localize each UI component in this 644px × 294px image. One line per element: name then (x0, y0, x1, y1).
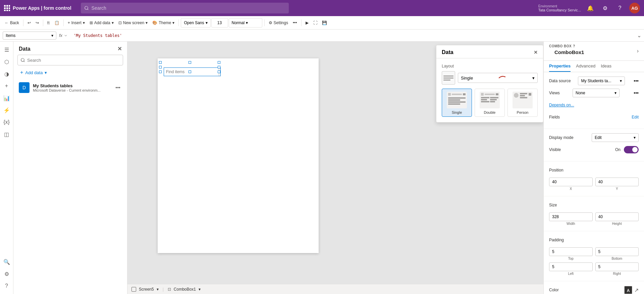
tab-advanced[interactable]: Advanced (576, 61, 595, 72)
handle-mr[interactable] (218, 66, 220, 68)
data-overlay-close-icon[interactable]: ✕ (534, 50, 538, 55)
datasource-more-icon[interactable]: ••• (114, 85, 122, 90)
datasource-info: My Students tables Microsoft Dataverse -… (33, 83, 111, 92)
tab-properties[interactable]: Properties (549, 61, 571, 72)
data-panel-search[interactable] (17, 55, 123, 65)
settings-icon[interactable]: ⚙ (600, 3, 610, 13)
datasource-item[interactable]: D My Students tables Microsoft Dataverse… (13, 80, 127, 96)
fields-edit-btn[interactable]: Edit (632, 115, 639, 119)
font-size-input[interactable]: 13 (211, 18, 228, 28)
global-search[interactable] (81, 3, 289, 13)
handle-tr[interactable] (218, 61, 220, 64)
combobox-input[interactable] (164, 69, 218, 74)
screen-label[interactable]: Screen5 (139, 287, 154, 292)
screen-chevron-icon[interactable]: ▾ (157, 287, 159, 292)
svg-point-11 (21, 58, 24, 61)
handle-ml[interactable] (159, 66, 162, 68)
padding-inputs-1: 5 Top 5 Bottom (549, 247, 639, 260)
depends-on-link[interactable]: Depends on... (549, 103, 574, 107)
sidebar-icon-help-bottom[interactable]: ? (1, 281, 12, 291)
layout-dropdown[interactable]: Single ▾ (458, 73, 538, 83)
formula-input[interactable] (70, 32, 634, 40)
notification-icon[interactable]: 🔔 (585, 3, 596, 13)
sidebar-icon-search[interactable]: 🔍 (1, 256, 12, 267)
help-circle-icon[interactable]: ? (573, 44, 575, 48)
sidebar-icon-data[interactable]: 📊 (1, 93, 12, 103)
settings-toolbar-button[interactable]: ⚙ Settings (267, 18, 290, 28)
combobox-label[interactable]: ComboBox1 (174, 287, 196, 292)
sidebar-icon-add[interactable]: + (1, 81, 12, 91)
help-icon[interactable]: ? (614, 3, 625, 13)
combobox-widget[interactable]: ▾ (164, 67, 221, 76)
padding-top-field[interactable]: 5 (549, 247, 593, 256)
layout-preview-icon-person (513, 92, 533, 108)
padding-top-input: 5 Top (549, 247, 593, 260)
combobox-chevron-icon[interactable]: ▾ (199, 287, 201, 292)
combobox-selection-wrapper[interactable]: ▾ (160, 62, 219, 72)
new-screen-button[interactable]: ⊡ New screen ▾ (116, 18, 150, 28)
svg-rect-0 (4, 5, 6, 7)
back-button[interactable]: ← Back (3, 18, 21, 28)
color-swatch[interactable] (624, 286, 632, 294)
handle-bl[interactable] (159, 70, 162, 73)
insert-button[interactable]: + Insert ▾ (66, 18, 87, 28)
color-arrow-icon[interactable]: ↗ (634, 287, 639, 293)
app-menu-icon[interactable] (4, 5, 10, 11)
position-y-field[interactable]: 40 (595, 178, 639, 186)
padding-left-field[interactable]: 5 (549, 262, 593, 271)
layout-option-single[interactable]: Single (442, 89, 472, 117)
padding-right-field[interactable]: 5 (595, 262, 639, 271)
sidebar-icon-variables[interactable]: {x} (1, 117, 12, 128)
size-height-field[interactable]: 40 (595, 212, 639, 221)
formula-expand-icon[interactable]: ⌄ (637, 32, 641, 39)
padding-label: Padding (549, 238, 564, 242)
fit-screen-button[interactable]: ⛶ (311, 18, 319, 28)
add-data-btn[interactable]: + Add data ▾ (17, 68, 123, 77)
handle-tl[interactable] (159, 61, 162, 64)
copy-button[interactable]: ⎘ (45, 18, 52, 28)
data-search-input[interactable] (27, 58, 120, 63)
size-width-field[interactable]: 328 (549, 212, 593, 221)
handle-bm[interactable] (189, 70, 191, 73)
layout-option-person[interactable]: Person (507, 89, 538, 117)
redo-button[interactable]: ↪ (34, 18, 41, 28)
sidebar-icon-flows[interactable]: ⚡ (1, 105, 12, 115)
right-panel-expand-icon[interactable]: › (637, 48, 639, 54)
views-settings-icon[interactable]: ••• (634, 90, 639, 96)
sidebar-icon-themes[interactable]: ◑ (1, 68, 12, 79)
property-selector[interactable]: Items ▾ (3, 32, 56, 40)
views-dropdown[interactable]: None ▾ (573, 89, 620, 97)
more-button[interactable]: ••• (291, 18, 299, 28)
display-mode-dropdown[interactable]: Edit ▾ (592, 133, 639, 142)
global-search-input[interactable] (92, 5, 285, 11)
sidebar-icon-treeview[interactable]: ☰ (1, 44, 12, 55)
handle-br[interactable] (218, 70, 220, 73)
font-selector[interactable]: Open Sans ▾ (181, 18, 210, 28)
screen-tab-checkbox[interactable] (131, 287, 136, 292)
tab-ideas[interactable]: Ideas (601, 61, 611, 72)
data-panel: Data ✕ + Add data ▾ D My Students tables… (13, 42, 127, 294)
padding-bottom-field[interactable]: 5 (595, 247, 639, 256)
paste-button[interactable]: 📋 (52, 18, 61, 28)
sidebar-icon-components[interactable]: ⬡ (1, 56, 12, 67)
sidebar-icon-media[interactable]: ◫ (1, 129, 12, 140)
rp-row-fields: Fields Edit (549, 112, 639, 122)
datasource-dropdown[interactable]: My Students ta... ▾ (578, 77, 625, 85)
add-data-button[interactable]: ⊞ Add data ▾ (88, 18, 116, 28)
layout-preview-single (442, 71, 455, 85)
data-panel-close-icon[interactable]: ✕ (117, 46, 122, 52)
theme-button[interactable]: 🎨 Theme ▾ (150, 18, 176, 28)
preview-button[interactable]: ▶ (304, 18, 311, 28)
position-x-field[interactable]: 40 (549, 178, 593, 186)
datasource-chevron-icon: ▾ (620, 79, 622, 83)
sidebar-icon-settings-bottom[interactable]: ⚙ (1, 268, 12, 279)
undo-button[interactable]: ↩ (25, 18, 33, 28)
handle-tm[interactable] (189, 61, 191, 64)
datasource-settings-icon[interactable]: ••• (634, 78, 639, 84)
canvas-area[interactable]: ▾ Data ✕ Layout (127, 42, 543, 294)
text-style-selector[interactable]: Normal ▾ (229, 18, 262, 28)
save-button[interactable]: 💾 (320, 18, 329, 28)
avatar[interactable]: AG (629, 3, 640, 13)
visible-toggle[interactable] (624, 146, 639, 153)
layout-option-double[interactable]: Double (475, 89, 505, 117)
